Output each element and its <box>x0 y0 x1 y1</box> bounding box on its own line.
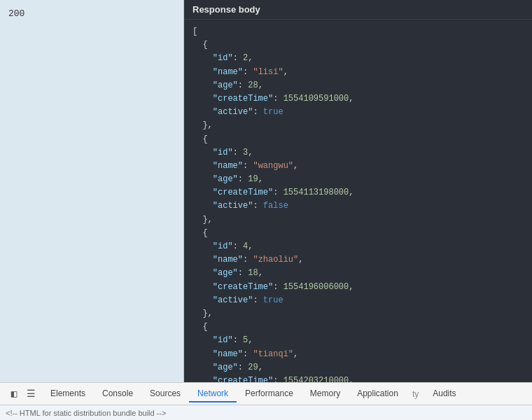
tab-application[interactable]: Application <box>349 386 407 402</box>
response-content[interactable]: [ { "id": 2, "name": "lisi", "age": 28, … <box>184 20 532 382</box>
tab-console[interactable]: Console <box>94 386 141 402</box>
tab-performance[interactable]: Performance <box>237 386 302 402</box>
tab-audits[interactable]: Audits <box>424 386 464 402</box>
content-area: 200 Response body [ { "id": 2, "name": "… <box>0 0 532 382</box>
response-header: Response body <box>184 0 532 20</box>
menu-icon[interactable]: ☰ <box>22 386 39 402</box>
tab-security[interactable]: ty <box>407 386 424 402</box>
tab-icons: ◧ ☰ <box>3 386 42 402</box>
main-container: 200 Response body [ { "id": 2, "name": "… <box>0 0 532 420</box>
status-bar: <!-- HTML for static distribution bundle… <box>0 405 532 420</box>
tab-memory[interactable]: Memory <box>302 386 349 402</box>
tab-network[interactable]: Network <box>189 386 237 402</box>
status-code: 200 <box>0 6 183 22</box>
html-comment: <!-- HTML for static distribution bundle… <box>6 409 166 417</box>
left-panel: 200 <box>0 0 184 382</box>
right-panel: Response body [ { "id": 2, "name": "lisi… <box>184 0 532 382</box>
inspect-icon[interactable]: ◧ <box>6 386 22 402</box>
devtools-tab-bar: ◧ ☰ Elements Console Sources Network Per… <box>0 382 532 405</box>
tab-elements[interactable]: Elements <box>42 386 94 402</box>
tab-sources[interactable]: Sources <box>141 386 189 402</box>
